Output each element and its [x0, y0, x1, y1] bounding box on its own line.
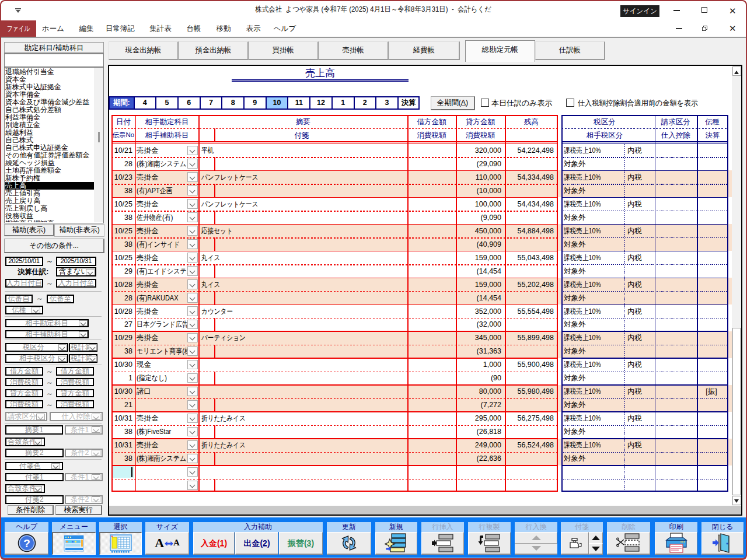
svg-text:?: ?	[23, 537, 30, 549]
